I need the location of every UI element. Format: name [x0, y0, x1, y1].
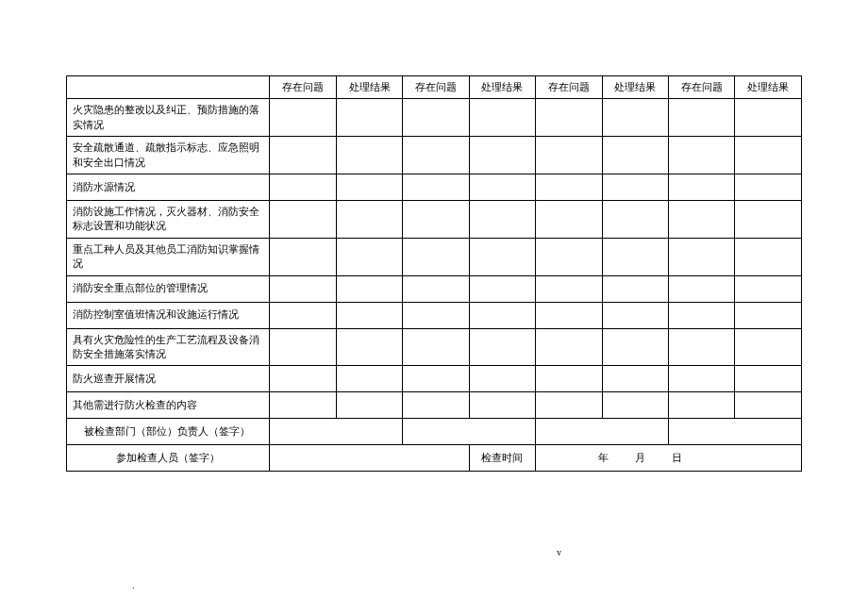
cell — [669, 238, 735, 275]
cell — [602, 366, 668, 392]
cell — [469, 200, 535, 238]
cell — [669, 275, 735, 302]
inspection-table: 存在问题 处理结果 存在问题 处理结果 存在问题 处理结果 存在问题 处理结果 … — [66, 75, 802, 472]
header-problem-4: 存在问题 — [669, 76, 735, 99]
cell — [602, 302, 668, 328]
cell — [536, 174, 602, 200]
table-row: 消防安全重点部位的管理情况 — [67, 275, 802, 302]
cell — [735, 238, 802, 275]
cell — [403, 366, 469, 392]
cell — [536, 238, 602, 275]
cell — [403, 99, 469, 137]
footer-dot: . — [132, 580, 135, 590]
cell — [469, 137, 535, 174]
cell — [669, 366, 735, 392]
header-empty — [67, 76, 270, 99]
cell — [270, 99, 336, 137]
cell — [536, 302, 602, 328]
cell — [270, 328, 336, 366]
cell — [602, 238, 668, 275]
cell — [536, 328, 602, 366]
cell — [336, 174, 402, 200]
cell — [403, 392, 469, 419]
inspect-date-cell: 年月日 — [536, 445, 802, 472]
cell — [336, 302, 402, 328]
cell — [336, 328, 402, 366]
table-row: 消防设施工作情况，灭火器材、消防安全标志设置和功能状况 — [67, 200, 802, 238]
cell — [735, 366, 802, 392]
cell — [735, 275, 802, 302]
cell — [403, 302, 469, 328]
table-row: 火灾隐患的整改以及纠正、预防措施的落实情况 — [67, 99, 802, 137]
cell — [602, 99, 668, 137]
row-label: 重点工种人员及其他员工消防知识掌握情况 — [67, 238, 270, 275]
cell — [735, 302, 802, 328]
cell — [602, 392, 668, 419]
row-label: 防火巡查开展情况 — [67, 366, 270, 392]
cell — [536, 200, 602, 238]
cell — [735, 200, 802, 238]
cell — [536, 275, 602, 302]
dept-signer-label: 被检查部门（部位）负责人（签字） — [67, 419, 270, 445]
cell — [469, 99, 535, 137]
header-result-4: 处理结果 — [735, 76, 802, 99]
dept-signer-cell-1 — [270, 419, 403, 445]
cell — [270, 302, 336, 328]
cell — [735, 137, 802, 174]
cell — [536, 137, 602, 174]
cell — [403, 328, 469, 366]
cell — [469, 302, 535, 328]
cell — [602, 174, 668, 200]
cell — [536, 392, 602, 419]
cell — [270, 392, 336, 419]
cell — [270, 366, 336, 392]
cell — [536, 99, 602, 137]
header-result-1: 处理结果 — [336, 76, 402, 99]
cell — [469, 392, 535, 419]
row-label: 具有火灾危险性的生产工艺流程及设备消防安全措施落实情况 — [67, 328, 270, 366]
cell — [270, 137, 336, 174]
cell — [403, 238, 469, 275]
dept-signer-cell-4 — [669, 419, 802, 445]
table-row: 消防控制室值班情况和设施运行情况 — [67, 302, 802, 328]
cell — [469, 275, 535, 302]
header-result-3: 处理结果 — [602, 76, 668, 99]
cell — [270, 174, 336, 200]
inspectors-row: 参加检查人员（签字） 检查时间 年月日 — [67, 445, 802, 472]
cell — [403, 200, 469, 238]
dept-signer-cell-3 — [536, 419, 669, 445]
cell — [669, 302, 735, 328]
cell — [270, 275, 336, 302]
cell — [270, 200, 336, 238]
header-problem-2: 存在问题 — [403, 76, 469, 99]
cell — [735, 174, 802, 200]
table-row: 防火巡查开展情况 — [67, 366, 802, 392]
dept-signer-row: 被检查部门（部位）负责人（签字） — [67, 419, 802, 445]
table-row: 重点工种人员及其他员工消防知识掌握情况 — [67, 238, 802, 275]
cell — [469, 328, 535, 366]
row-label: 消防控制室值班情况和设施运行情况 — [67, 302, 270, 328]
cell — [602, 275, 668, 302]
cell — [336, 366, 402, 392]
cell — [669, 200, 735, 238]
inspect-time-label: 检查时间 — [469, 445, 535, 472]
table-row: 消防水源情况 — [67, 174, 802, 200]
cell — [669, 174, 735, 200]
footer-mark: v — [557, 547, 561, 557]
row-label: 消防设施工作情况，灭火器材、消防安全标志设置和功能状况 — [67, 200, 270, 238]
inspectors-label: 参加检查人员（签字） — [67, 445, 270, 472]
cell — [735, 392, 802, 419]
cell — [669, 328, 735, 366]
header-problem-3: 存在问题 — [536, 76, 602, 99]
row-label: 火灾隐患的整改以及纠正、预防措施的落实情况 — [67, 99, 270, 137]
cell — [536, 366, 602, 392]
table-row: 具有火灾危险性的生产工艺流程及设备消防安全措施落实情况 — [67, 328, 802, 366]
cell — [403, 275, 469, 302]
row-label: 其他需进行防火检查的内容 — [67, 392, 270, 419]
cell — [602, 137, 668, 174]
date-year: 年 — [598, 452, 609, 463]
header-problem-1: 存在问题 — [270, 76, 336, 99]
cell — [270, 238, 336, 275]
cell — [469, 366, 535, 392]
table-row: 安全疏散通道、疏散指示标志、应急照明和安全出口情况 — [67, 137, 802, 174]
